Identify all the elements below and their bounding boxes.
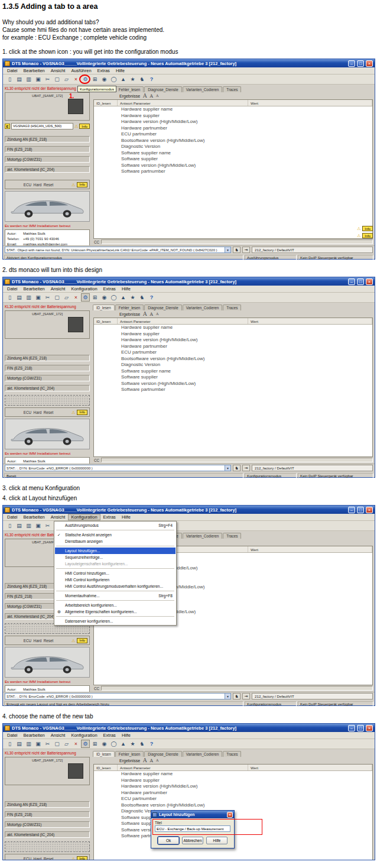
open-project-icon[interactable]: ▥ xyxy=(24,75,33,83)
close-icon[interactable]: × xyxy=(366,60,373,67)
column-header-wert[interactable]: Wert xyxy=(248,546,372,552)
result-row[interactable]: Hardware supplier xyxy=(94,113,372,119)
new-file-icon[interactable]: ▯ xyxy=(5,522,14,530)
menu-item[interactable]: Extras xyxy=(100,732,119,739)
font-medium-icon[interactable]: A xyxy=(150,312,153,317)
maximize-icon[interactable]: □ xyxy=(357,60,364,67)
knight-icon[interactable]: ♞ xyxy=(138,75,147,83)
chart-icon[interactable]: ▲ xyxy=(119,75,128,83)
result-row[interactable]: Diagnostic Version xyxy=(94,144,372,150)
column-header-wert[interactable]: Wert xyxy=(248,100,372,106)
menu-item[interactable]: Bearbeiten xyxy=(21,67,48,74)
chart-icon[interactable]: ▲ xyxy=(119,740,128,748)
maximize-icon[interactable]: □ xyxy=(357,278,364,285)
font-large-icon[interactable]: A xyxy=(143,758,147,763)
signal-field[interactable]: Motortyp (CGW/Z31) xyxy=(5,156,90,163)
result-row[interactable]: Hardware partnumber xyxy=(94,125,372,132)
new-file-icon[interactable]: ▯ xyxy=(5,75,14,83)
menu-item-dienstbaum[interactable]: Dienstbaum anzeigen xyxy=(55,538,176,545)
layout-tab[interactable]: Fehler_lesen xyxy=(115,751,144,757)
knight-icon[interactable]: ♞ xyxy=(138,740,147,748)
cut-icon[interactable]: ✂ xyxy=(43,522,52,530)
menu-item[interactable]: Ansicht xyxy=(48,514,69,520)
layout-tab[interactable]: ID_lesen xyxy=(93,751,115,757)
result-row[interactable]: Hardware partnumber xyxy=(94,344,372,350)
info-button[interactable]: Info xyxy=(362,226,373,231)
info-button[interactable]: Info xyxy=(79,124,90,129)
view-icon[interactable]: ◉ xyxy=(100,75,109,83)
font-medium-icon[interactable]: A xyxy=(150,759,153,763)
save-icon[interactable]: ▣ xyxy=(34,75,43,83)
column-header-wert[interactable]: Wert xyxy=(248,318,372,324)
dropdown-arrow-icon[interactable]: ▼ xyxy=(225,247,230,252)
column-header-antwort-parameter[interactable]: Antwort Parameter xyxy=(118,100,248,106)
info-button[interactable]: Info xyxy=(77,638,87,643)
font-medium-icon[interactable]: A xyxy=(150,94,153,99)
layout-tab[interactable]: Diagnose_Dienste xyxy=(144,86,181,92)
layout-hatch-area[interactable] xyxy=(5,841,90,852)
paste-icon[interactable]: ▱ xyxy=(62,75,71,83)
column-header-id-lesen[interactable]: ID_lesen xyxy=(94,765,118,770)
snapshot-icon[interactable]: ★ xyxy=(128,75,137,83)
titlebar[interactable]: DTS Monaco - VGSNAG3_____Vollintegrierte… xyxy=(3,59,375,67)
layout-tab[interactable]: ID_lesen xyxy=(93,305,115,310)
dropdown-arrow-icon[interactable]: ▼ xyxy=(225,694,230,699)
paste-icon[interactable]: ▱ xyxy=(62,740,71,748)
delete-icon[interactable]: × xyxy=(72,293,80,302)
menu-item[interactable]: Extras xyxy=(100,286,119,292)
result-row[interactable]: Hardware supplier xyxy=(94,331,372,338)
goto-icon[interactable]: ⇥ xyxy=(242,693,250,699)
info-button[interactable]: Info xyxy=(77,182,87,187)
menu-item[interactable]: Konfiguration xyxy=(68,732,100,739)
result-row[interactable]: Bootsoftware version (High/Middle/Low) xyxy=(94,356,372,362)
font-large-icon[interactable]: A xyxy=(143,93,147,99)
copy-icon[interactable]: ▢ xyxy=(53,75,61,83)
menu-item[interactable]: Hilfe xyxy=(119,286,134,292)
close-icon[interactable]: × xyxy=(366,507,373,513)
result-row[interactable]: ECU partnumber xyxy=(94,796,372,802)
menu-item[interactable]: Bearbeiten xyxy=(21,286,48,292)
menu-item[interactable]: Ausführen xyxy=(68,67,94,74)
menu-item-allgemeine-eigenschaften[interactable]: ⚙ Allgemeine Eigenschaften konfigurieren… xyxy=(55,608,176,615)
minimize-icon[interactable]: – xyxy=(348,725,355,731)
cut-icon[interactable]: ✂ xyxy=(43,75,52,83)
column-header-id-lesen[interactable]: ID_lesen xyxy=(94,100,118,106)
menu-item[interactable]: Datei xyxy=(4,732,21,739)
result-row[interactable]: Hardware version (High/Middle/Low) xyxy=(94,119,372,125)
signal-field[interactable]: Zündung AN (EZS_218) xyxy=(5,355,90,361)
layout-tab[interactable]: Traces xyxy=(223,305,241,310)
layout-tab[interactable]: Traces xyxy=(223,533,241,539)
copy-icon[interactable]: ▢ xyxy=(53,293,61,302)
network-icon[interactable]: ◯ xyxy=(109,740,118,748)
open-file-icon[interactable]: ▤ xyxy=(15,75,24,83)
menu-item[interactable]: Konfiguration xyxy=(68,514,100,520)
result-row[interactable]: Hardware supplier name xyxy=(94,771,372,778)
menu-item[interactable]: Extras xyxy=(95,67,113,74)
font-small-icon[interactable]: A xyxy=(156,94,158,98)
signal-field[interactable]: akt. Kilometerstand (IC_204) xyxy=(5,831,90,838)
save-icon[interactable]: ▣ xyxy=(34,522,43,530)
knight-icon[interactable]: ♞ xyxy=(233,247,240,253)
network-icon[interactable]: ◯ xyxy=(109,293,118,302)
result-row[interactable]: ECU partnumber xyxy=(94,349,372,356)
copy-icon[interactable]: ▢ xyxy=(53,740,61,748)
help-icon[interactable]: ? xyxy=(147,75,156,83)
menu-item[interactable]: Ansicht xyxy=(48,732,69,739)
cut-icon[interactable]: ✂ xyxy=(43,293,52,302)
result-row[interactable]: Hardware version (High/Middle/Low) xyxy=(94,337,372,344)
result-row[interactable]: Hardware supplier name xyxy=(94,325,372,331)
titlebar[interactable]: DTS Monaco - VGSNAG3_____Vollintegrierte… xyxy=(3,724,375,732)
menu-item-hmi-control-hinzufuegen[interactable]: HMI Control hinzufügen... xyxy=(55,570,176,576)
result-row[interactable]: Diagnostic Version xyxy=(94,362,372,368)
help-icon[interactable]: ? xyxy=(147,293,156,302)
info-button[interactable]: Info xyxy=(77,856,87,861)
hilfe-button[interactable]: Hilfe xyxy=(206,837,228,844)
result-row[interactable]: Bootsoftware version (High/Middle/Low) xyxy=(94,802,372,809)
knight-icon[interactable]: ♞ xyxy=(233,693,240,699)
dialog-titlebar[interactable]: Layout hinzufügen × xyxy=(151,811,234,818)
goto-icon[interactable]: ⇥ xyxy=(242,465,250,471)
font-small-icon[interactable]: A xyxy=(156,759,158,762)
status-message-combo[interactable]: STAT.: ; DYN: ErrorCode: eNO_ERROR ( 0x0… xyxy=(5,693,231,699)
result-row[interactable]: Hardware partnumber xyxy=(94,790,372,796)
result-row[interactable]: Software supplier xyxy=(94,156,372,163)
